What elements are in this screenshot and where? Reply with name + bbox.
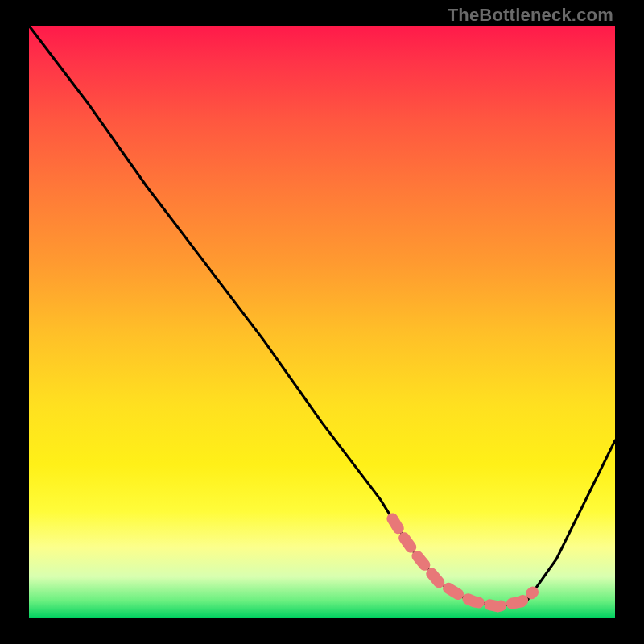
chart-svg [29, 26, 615, 618]
optimum-band [392, 518, 533, 606]
chart-frame: TheBottleneck.com [0, 0, 644, 644]
chart-plot-area [29, 26, 615, 618]
watermark-text: TheBottleneck.com [448, 5, 613, 26]
bottleneck-curve [29, 26, 615, 606]
